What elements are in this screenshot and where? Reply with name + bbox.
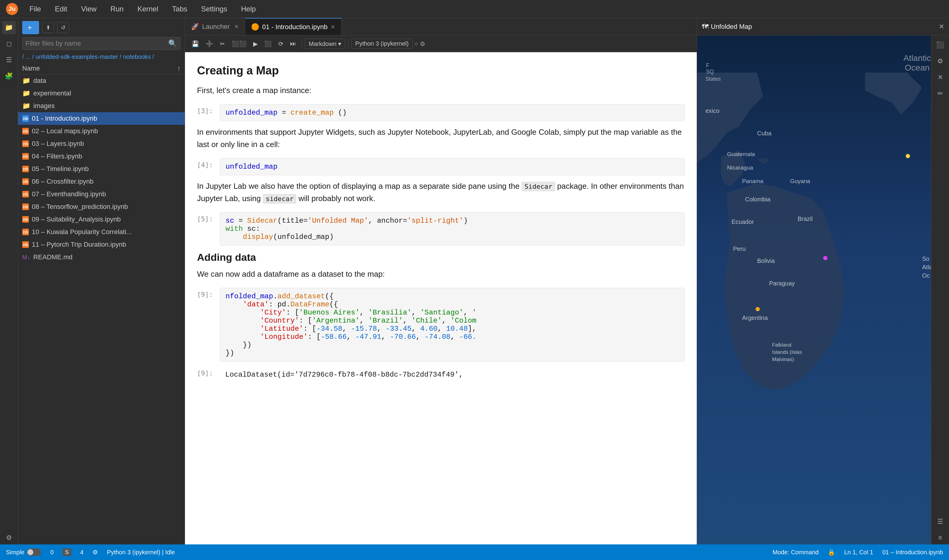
list-item[interactable]: nb 10 – Kuwala Popularity Correlati... <box>18 226 185 238</box>
map-legend-icon[interactable]: ≡ <box>934 531 947 545</box>
new-button[interactable]: + <box>22 21 39 34</box>
menu-run[interactable]: Run <box>108 4 126 14</box>
cut-button[interactable]: ✂ <box>218 39 227 49</box>
menu-file[interactable]: File <box>27 4 43 14</box>
folder-icon: 📁 <box>22 89 30 97</box>
notebook-area: 🚀 Launcher ✕ 🟠 01 - Introduction.ipynb ✕… <box>185 18 697 545</box>
list-item[interactable]: 📁 experimental <box>18 87 185 100</box>
cell-type-select[interactable]: Markdown ▾ <box>305 39 345 49</box>
list-item[interactable]: nb 08 – Tensorflow_prediction.ipynb <box>18 200 185 213</box>
fast-forward-button[interactable]: ⏭ <box>288 39 298 48</box>
para3-section: In Jupyter Lab we also have the option o… <box>197 180 685 205</box>
map-close-icon[interactable]: ✕ <box>934 71 947 84</box>
copy-button[interactable]: ⬛⬛ <box>229 39 249 49</box>
list-item[interactable]: nb 06 – Crossfilter.ipynb <box>18 175 185 188</box>
notebook-content: Creating a Map First, let's create a map… <box>185 52 697 545</box>
cell-4-number: [4]: <box>197 158 215 175</box>
tab-launcher[interactable]: 🚀 Launcher ✕ <box>185 18 245 35</box>
map-tab: 🗺 Unfolded Map <box>702 23 752 31</box>
notebook-icon: nb <box>22 229 29 235</box>
list-item[interactable]: nb 11 – Pytorch Trip Duration.ipynb <box>18 238 185 251</box>
breadcrumb-ellipsis[interactable]: ... <box>26 54 32 60</box>
sidebar-icon-running[interactable]: ◻ <box>2 37 15 51</box>
creating-map-heading: Creating a Map <box>197 64 685 77</box>
cell-5-code[interactable]: sc = Sidecar(title='Unfolded Map', ancho… <box>220 212 685 246</box>
list-item[interactable]: 📁 data <box>18 74 185 87</box>
breadcrumb-notebooks[interactable]: / notebooks <box>120 54 153 60</box>
search-input[interactable] <box>26 40 168 48</box>
upload-button[interactable]: ⬆ <box>42 22 54 33</box>
list-item[interactable]: nb 07 – Eventhandling.ipynb <box>18 188 185 200</box>
map-settings-icon[interactable]: ⚙ <box>934 55 947 68</box>
file-name: 11 – Pytorch Trip Duration.ipynb <box>32 241 126 248</box>
list-item-active[interactable]: nb 01 - Introduction.ipynb <box>18 112 185 125</box>
notebook-icon: nb <box>22 140 29 147</box>
plus-icon: + <box>28 23 32 32</box>
sidebar-icon-extensions[interactable]: 🧩 <box>2 70 15 83</box>
kernel-badge[interactable]: Python 3 (ipykernel) <box>351 39 413 49</box>
file-name: data <box>33 77 46 85</box>
save-button[interactable]: 💾 <box>189 39 202 49</box>
para4-text: We can now add a dataframe as a dataset … <box>197 268 685 281</box>
map-list-icon[interactable]: ☰ <box>934 515 947 528</box>
stop-button[interactable]: ⬛ <box>262 39 274 49</box>
simple-toggle[interactable]: Simple <box>6 549 41 556</box>
list-item[interactable]: M↓ README.md <box>18 251 185 263</box>
settings-icon[interactable]: ⚙ <box>93 549 98 556</box>
list-item[interactable]: 📁 images <box>18 100 185 112</box>
map-layers-icon[interactable]: ⬛ <box>934 38 947 52</box>
menu-kernel[interactable]: Kernel <box>135 4 160 14</box>
file-name: 02 – Local maps.ipynb <box>32 127 98 135</box>
notebook-tab-icon: 🟠 <box>251 23 259 31</box>
map-tab-bar: 🗺 Unfolded Map ✕ <box>697 18 949 35</box>
map-draw-icon[interactable]: ✏ <box>934 87 947 100</box>
para2-text: In environments that support Jupyter Wid… <box>197 126 685 151</box>
sidebar-icon-settings[interactable]: ⚙ <box>2 531 15 545</box>
file-name: 08 – Tensorflow_prediction.ipynb <box>32 203 128 211</box>
breadcrumb-folder[interactable]: / unfolded-sdk-examples-master <box>32 54 120 60</box>
map-dot-3 <box>823 256 827 260</box>
list-item[interactable]: nb 09 – Suitability_Analysis.ipynb <box>18 213 185 226</box>
map-background: AtlanticOcean FSQ States exico Cuba Guat… <box>697 35 949 545</box>
file-name: 01 - Introduction.ipynb <box>32 115 97 122</box>
menu-view[interactable]: View <box>79 4 99 14</box>
menu-tabs[interactable]: Tabs <box>170 4 190 14</box>
launcher-tab-icon: 🚀 <box>191 23 199 31</box>
icon-sidebar: 📁 ◻ ☰ 🧩 ⚙ <box>0 18 18 545</box>
notebook-icon: nb <box>22 178 29 185</box>
list-item[interactable]: nb 05 – Timeline.ipynb <box>18 163 185 175</box>
notebook-tab-close[interactable]: ✕ <box>331 24 335 30</box>
menu-settings[interactable]: Settings <box>199 4 230 14</box>
file-list-header: Name ↑ <box>18 63 185 74</box>
list-item[interactable]: nb 04 – Filters.ipynb <box>18 150 185 163</box>
menu-help[interactable]: Help <box>238 4 258 14</box>
notebook-icon: nb <box>22 115 29 122</box>
cell-9-code[interactable]: nfolded_map.add_dataset({ 'data': pd.Dat… <box>220 288 685 362</box>
list-item[interactable]: nb 02 – Local maps.ipynb <box>18 125 185 137</box>
refresh-button[interactable]: ↺ <box>57 22 69 33</box>
breadcrumb: / ... / unfolded-sdk-examples-master / n… <box>18 52 185 63</box>
tab-notebook[interactable]: 🟠 01 - Introduction.ipynb ✕ <box>245 18 341 35</box>
map-close-button[interactable]: ✕ <box>939 23 944 31</box>
toolbar-separator <box>301 39 302 48</box>
sidebar-icon-files[interactable]: 📁 <box>2 21 15 34</box>
sidebar-icon-commands[interactable]: ☰ <box>2 54 15 67</box>
cell-4-code[interactable]: unfolded_map <box>220 158 685 175</box>
add-cell-button[interactable]: ➕ <box>203 39 216 49</box>
restart-button[interactable]: ⟳ <box>276 39 286 49</box>
launcher-tab-close[interactable]: ✕ <box>234 23 239 30</box>
toggle-track[interactable] <box>27 549 41 556</box>
adding-data-heading: Adding data <box>197 251 685 263</box>
cell-3-code[interactable]: unfolded_map = create_map () <box>220 104 685 121</box>
markdown-icon: M↓ <box>22 254 30 261</box>
sort-icon[interactable]: ↑ <box>177 65 181 72</box>
search-icon: 🔍 <box>168 39 177 48</box>
menu-edit[interactable]: Edit <box>52 4 69 14</box>
map-dot-2 <box>756 307 760 311</box>
code-token: unfolded_map <box>225 109 278 117</box>
s-badge: S <box>62 548 71 556</box>
breadcrumb-root[interactable]: / <box>22 54 26 60</box>
list-item[interactable]: nb 03 – Layers.ipynb <box>18 137 185 150</box>
cell-3: [3]: unfolded_map = create_map () <box>197 104 685 121</box>
run-button[interactable]: ▶ <box>251 39 260 49</box>
